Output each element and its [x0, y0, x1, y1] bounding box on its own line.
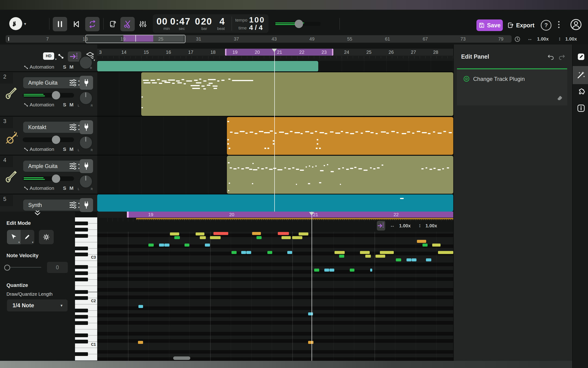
master-volume-slider[interactable]: [274, 22, 321, 26]
piano-black-key[interactable]: [75, 228, 88, 231]
pr-v-zoom-arrow-icon[interactable]: ↕: [419, 222, 421, 229]
midi-note[interactable]: [360, 251, 370, 254]
account-button[interactable]: [570, 18, 582, 31]
more-menu-button[interactable]: [556, 18, 561, 31]
midi-note[interactable]: [267, 251, 272, 254]
midi-note[interactable]: [370, 269, 372, 272]
midi-note[interactable]: [139, 305, 143, 308]
piano-black-key[interactable]: [75, 278, 88, 281]
clip-track-1[interactable]: [97, 61, 318, 72]
midi-note[interactable]: [334, 251, 345, 254]
skip-to-start-button[interactable]: [69, 17, 83, 31]
midi-note[interactable]: [148, 244, 154, 247]
app-logo[interactable]: [9, 17, 22, 30]
timesig-value[interactable]: 4 / 4: [249, 24, 263, 31]
track-mixer-icon[interactable]: [69, 123, 77, 131]
midi-note[interactable]: [412, 258, 416, 261]
pr-loop-bar[interactable]: 19202122: [127, 212, 453, 218]
track-solo-button[interactable]: S: [63, 147, 66, 152]
loop-button[interactable]: [85, 17, 100, 31]
rail-info-icon[interactable]: [577, 104, 585, 112]
piano-keyboard[interactable]: C3C2C1: [75, 212, 97, 361]
logo-chevron-down-icon[interactable]: ▾: [24, 21, 26, 27]
track-pan-knob[interactable]: [79, 91, 93, 105]
clip-track-4[interactable]: [227, 156, 453, 194]
overview-range-box[interactable]: [85, 35, 185, 43]
arrangement-playhead-marker[interactable]: [272, 49, 277, 52]
piano-black-key[interactable]: [75, 296, 88, 300]
h-zoom-arrow-icon[interactable]: ↔: [527, 36, 532, 42]
rail-edit-icon[interactable]: [577, 53, 585, 61]
track-volume-slider[interactable]: [23, 176, 74, 181]
bar-value[interactable]: 20: [201, 16, 212, 27]
midi-note[interactable]: [287, 251, 292, 254]
midi-note[interactable]: [174, 236, 180, 239]
hd-chevron-down-icon[interactable]: ▾: [55, 57, 57, 61]
help-button[interactable]: ?: [541, 20, 552, 31]
pr-v-zoom-value[interactable]: 1.00x: [425, 223, 437, 229]
eraser-icon[interactable]: [556, 94, 563, 101]
midi-note[interactable]: [396, 258, 401, 261]
midi-note[interactable]: [200, 236, 206, 239]
midi-note[interactable]: [380, 251, 394, 254]
piano-black-key[interactable]: [75, 234, 88, 238]
midi-note[interactable]: [350, 269, 354, 272]
track-pan-knob[interactable]: [79, 175, 93, 188]
midi-note[interactable]: [196, 232, 204, 235]
track-volume-knob[interactable]: [52, 91, 60, 99]
piano-black-key[interactable]: [75, 253, 88, 256]
midi-note[interactable]: [324, 269, 329, 272]
scroll-view-button[interactable]: [106, 17, 119, 31]
track-mute-button[interactable]: M: [70, 147, 74, 152]
volume-knob[interactable]: [295, 20, 303, 28]
track-volume-knob[interactable]: [52, 175, 60, 183]
midi-note[interactable]: [292, 236, 302, 239]
rail-wand-icon[interactable]: [577, 70, 586, 79]
piano-black-key[interactable]: [75, 221, 88, 225]
velocity-slider-track[interactable]: [7, 267, 41, 268]
track-automation-label[interactable]: Automation: [30, 185, 54, 191]
automation-link-icon[interactable]: [57, 53, 64, 60]
draw-tool-button[interactable]: ▾: [21, 230, 34, 244]
velocity-value-field[interactable]: 0: [47, 262, 68, 273]
export-button[interactable]: Export: [507, 19, 535, 31]
edit-settings-button[interactable]: [39, 230, 54, 244]
arrangement-area[interactable]: 1920212223314151617182425262728: [97, 45, 453, 212]
midi-note[interactable]: [159, 244, 164, 247]
time-mode-clock-icon[interactable]: [514, 36, 520, 42]
midi-note[interactable]: [138, 341, 143, 344]
midi-note[interactable]: [281, 236, 291, 239]
track-mixer-icon[interactable]: [69, 162, 77, 170]
cut-tool-button[interactable]: [120, 17, 135, 31]
rail-plugins-icon[interactable]: [577, 88, 586, 97]
layers-chevron-down-icon[interactable]: ▾: [94, 58, 95, 62]
track-automation-label[interactable]: Automation: [30, 147, 54, 152]
midi-note[interactable]: [365, 255, 371, 258]
save-button[interactable]: Save: [476, 19, 503, 31]
clip-track-5[interactable]: [97, 194, 453, 212]
pr-playhead-marker[interactable]: [309, 212, 314, 215]
midi-note[interactable]: [299, 232, 308, 235]
midi-note[interactable]: [184, 244, 189, 247]
pause-button[interactable]: [53, 17, 67, 31]
midi-note[interactable]: [314, 269, 319, 272]
piano-black-key[interactable]: [75, 265, 88, 269]
horizontal-scrollbar-thumb[interactable]: [173, 356, 190, 360]
arrangement-playhead-line[interactable]: [274, 49, 275, 212]
select-tool-button[interactable]: ▾: [7, 230, 21, 244]
midi-note[interactable]: [164, 244, 169, 247]
midi-note[interactable]: [308, 341, 313, 344]
track-volume-slider[interactable]: [23, 138, 74, 142]
piano-black-key[interactable]: [75, 271, 88, 275]
pr-playhead-line[interactable]: [312, 212, 312, 361]
piano-black-key[interactable]: [75, 290, 88, 294]
midi-note[interactable]: [246, 251, 251, 254]
time-value[interactable]: 0:47: [170, 16, 191, 27]
midi-note[interactable]: [231, 251, 237, 254]
piano-black-key[interactable]: [75, 333, 88, 337]
track-plugin-button[interactable]: [80, 159, 93, 173]
clip-track-2[interactable]: [141, 72, 453, 116]
track-solo-button[interactable]: S: [63, 185, 66, 191]
midi-note[interactable]: [278, 232, 289, 235]
pr-h-zoom-arrow-icon[interactable]: ↔: [390, 222, 395, 229]
